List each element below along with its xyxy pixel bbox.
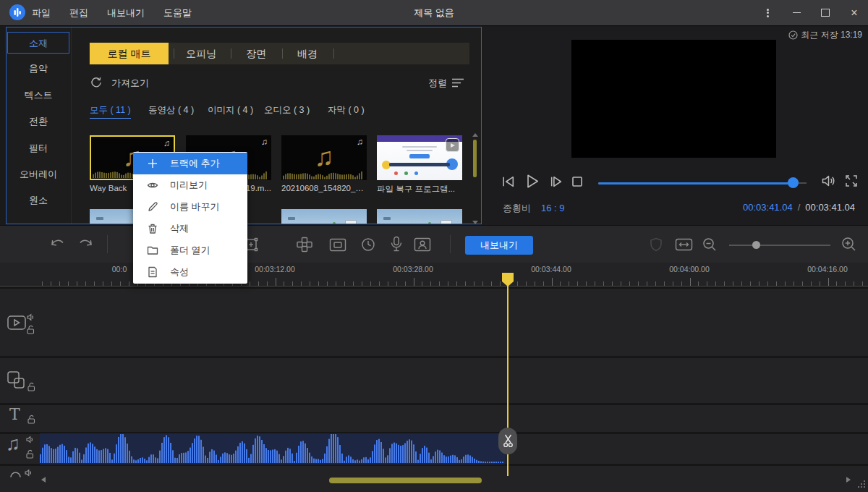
context-menu-item-5[interactable]: 속성 — [133, 261, 247, 283]
record-voice-icon[interactable] — [389, 236, 404, 253]
ruler-label-3: 00:03:44.00 — [531, 265, 571, 273]
aspect-ratio-value[interactable]: 16 : 9 — [541, 203, 565, 213]
sidebar-item-6[interactable]: 원소 — [7, 190, 69, 211]
context-menu-item-3[interactable]: 삭제 — [133, 218, 247, 239]
zoom-out-icon[interactable] — [702, 237, 717, 252]
music-note-badge-icon: ♫ — [163, 138, 170, 148]
context-menu-label: 속성 — [170, 266, 189, 279]
ruler-tick — [448, 281, 448, 286]
context-menu-item-4[interactable]: 폴더 열기 — [133, 239, 247, 261]
filter-4[interactable]: 자막 ( 0 ) — [328, 104, 365, 116]
play-button[interactable] — [524, 173, 540, 190]
scroll-up-icon[interactable] — [472, 133, 478, 137]
timeline-zoom-slider[interactable] — [729, 245, 830, 246]
sidebar-item-0[interactable]: 소재 — [7, 32, 69, 54]
scroll-right-icon[interactable] — [846, 477, 851, 483]
ruler-tick — [820, 281, 820, 286]
voice-track-icon — [9, 470, 22, 478]
media-item-3[interactable]: 파일 복구 프로그램... — [377, 135, 462, 195]
filter-3[interactable]: 오디오 ( 3 ) — [264, 104, 310, 116]
video-track-volume-icon[interactable] — [27, 313, 35, 321]
undo-icon[interactable] — [49, 237, 67, 251]
ruler-tick — [673, 281, 673, 286]
media-tab-0[interactable]: 로컬 매트 — [90, 43, 169, 64]
menubar: 파일편집내보내기도움말 — [32, 0, 192, 25]
context-menu-item-0[interactable]: 트랙에 추가 — [133, 153, 247, 174]
menu-item-0[interactable]: 파일 — [32, 7, 51, 20]
zoom-in-icon[interactable] — [841, 237, 856, 252]
stop-button[interactable] — [571, 176, 583, 187]
filter-1[interactable]: 동영상 ( 4 ) — [148, 104, 194, 116]
prev-frame-button[interactable] — [501, 174, 516, 189]
overlay-track-lock-icon[interactable] — [27, 382, 36, 391]
duration-tool-icon[interactable] — [361, 237, 375, 252]
context-menu-item-2[interactable]: 이름 바꾸기 — [133, 196, 247, 218]
sort-label[interactable]: 정렬 — [428, 77, 447, 90]
ruler-tick — [828, 278, 829, 286]
facecam-tool-icon[interactable] — [414, 237, 431, 252]
media-scrollbar[interactable] — [472, 133, 477, 224]
scrollbar-thumb[interactable] — [473, 140, 477, 177]
timeline-zoom-knob[interactable] — [752, 241, 760, 249]
ruler-tick — [647, 281, 647, 286]
menu-item-1[interactable]: 편집 — [69, 7, 88, 20]
filter-2[interactable]: 이미지 ( 4 ) — [208, 104, 253, 116]
ruler-tick — [724, 281, 725, 286]
menu-item-3[interactable]: 도움말 — [163, 7, 192, 20]
timeline-h-scrollbar[interactable] — [329, 478, 482, 483]
ruler-tick — [120, 281, 121, 286]
redo-icon[interactable] — [77, 237, 94, 251]
music-track-lock-icon[interactable] — [26, 449, 35, 459]
context-menu-label: 삭제 — [170, 222, 189, 235]
export-button[interactable]: 내보내기 — [465, 236, 533, 255]
audio-thumbnail[interactable]: ♫♫ — [281, 135, 367, 180]
filter-0[interactable]: 모두 ( 11 ) — [90, 104, 131, 119]
ruler-tick — [258, 281, 259, 286]
import-button[interactable]: 가져오기 — [111, 77, 149, 90]
text-track-lock-icon[interactable] — [27, 415, 36, 424]
menu-item-2[interactable]: 내보내기 — [107, 7, 145, 20]
voice-track-volume-icon[interactable] — [25, 469, 33, 477]
filter-row: 모두 ( 11 )동영상 ( 4 )이미지 ( 4 )오디오 ( 3 )자막 (… — [7, 104, 477, 119]
maximize-button[interactable] — [816, 4, 835, 22]
video-thumbnail[interactable] — [377, 135, 462, 180]
minimize-button[interactable] — [787, 4, 806, 22]
fullscreen-icon[interactable] — [845, 174, 858, 187]
music-track-volume-icon[interactable] — [26, 436, 34, 444]
aspect-ratio-label: 종횡비 — [503, 203, 531, 213]
window-controls: × — [758, 0, 864, 25]
shield-icon — [650, 237, 663, 252]
next-frame-button[interactable] — [549, 174, 563, 189]
media-item-partial[interactable] — [377, 209, 462, 224]
scroll-left-icon[interactable] — [41, 477, 46, 483]
scroll-down-icon[interactable] — [472, 221, 478, 224]
split-tool-icon[interactable] — [297, 237, 312, 253]
media-item-partial[interactable] — [281, 209, 367, 224]
ruler-tick — [267, 281, 268, 286]
sidebar-item-2[interactable]: 텍스트 — [7, 85, 69, 106]
sidebar-item-5[interactable]: 오버레이 — [7, 164, 69, 185]
text-track[interactable] — [0, 405, 868, 432]
split-playhead-scissors-icon[interactable] — [498, 428, 517, 454]
fit-timeline-icon[interactable] — [675, 237, 693, 252]
close-button[interactable]: × — [845, 4, 864, 22]
overlay-track[interactable] — [0, 358, 868, 403]
timeline-ruler[interactable]: 00:000:03:12.0000:03:28.0000:03:44.0000:… — [0, 262, 868, 287]
sort-list-icon[interactable] — [451, 77, 464, 88]
more-options-icon[interactable] — [758, 4, 777, 22]
pip-tool-icon[interactable] — [329, 238, 346, 252]
sidebar-item-4[interactable]: 필터 — [7, 137, 69, 159]
media-tab-3[interactable]: 배경 — [275, 43, 340, 64]
volume-icon[interactable] — [821, 174, 837, 188]
video-track[interactable] — [0, 289, 868, 356]
media-item-2[interactable]: ♫♫20210608_154820_2... — [281, 135, 367, 192]
context-menu-item-1[interactable]: 미리보기 — [133, 174, 247, 196]
ruler-tick — [85, 281, 86, 286]
sidebar-item-1[interactable]: 음악 — [7, 58, 69, 80]
audio-clip[interactable] — [40, 433, 505, 465]
video-track-lock-icon[interactable] — [27, 325, 35, 334]
resize-grip-icon[interactable] — [856, 480, 866, 489]
playhead-handle[interactable] — [501, 272, 514, 287]
preview-seek-knob[interactable] — [788, 177, 799, 188]
ruler-tick — [318, 281, 319, 286]
